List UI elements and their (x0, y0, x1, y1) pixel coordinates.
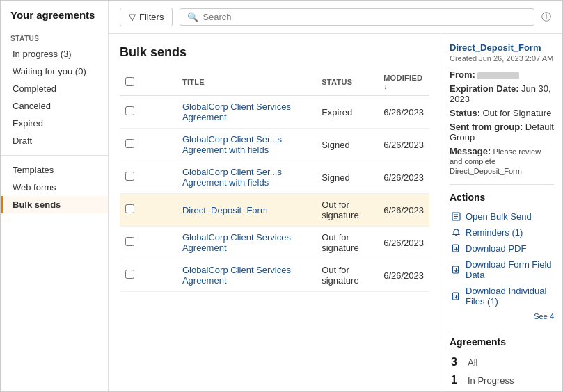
agreements-table: TITLE STATUS MODIFIED ↓ GlobalCorp Clien… (120, 70, 429, 292)
row-checkbox-cell (120, 129, 177, 161)
search-icon: 🔍 (187, 12, 198, 22)
row-title[interactable]: GlobalCorp Client Ser...s Agreement with… (177, 161, 316, 194)
detail-status-row: Status: Out for Signature (450, 108, 554, 118)
row-checkbox-cell (120, 161, 177, 194)
row-modified: 6/26/2023 (378, 227, 429, 259)
row-modified: 6/26/2023 (378, 161, 429, 194)
sidebar-item-waiting-for-you[interactable]: Waiting for you (0) (1, 63, 108, 80)
row-status: Expired (316, 95, 378, 129)
app-title: Your agreements (1, 9, 108, 29)
svg-rect-5 (452, 245, 458, 252)
sidebar-item-canceled[interactable]: Canceled (1, 97, 108, 115)
row-status: Out for signature (316, 227, 378, 259)
sidebar-item-completed[interactable]: Completed (1, 80, 108, 97)
detail-panel: Direct_Deposit_Form Created Jun 26, 2023… (441, 34, 562, 391)
row-title[interactable]: GlobalCorp Client Services Agreement (177, 227, 316, 259)
top-bar: ▽ Filters 🔍 ⓘ (109, 1, 562, 34)
row-status: Out for signature (316, 259, 378, 292)
action-reminders[interactable]: Reminders (1) (450, 224, 554, 240)
sidebar-item-bulk-sends[interactable]: Bulk sends (1, 196, 108, 213)
row-status: Signed (316, 129, 378, 161)
detail-created: Created Jun 26, 2023 2:07 AM (450, 54, 554, 63)
row-modified: 6/26/2023 (378, 95, 429, 129)
info-icon[interactable]: ⓘ (541, 11, 551, 24)
see-all-link[interactable]: See 4 (450, 312, 554, 320)
row-modified: 6/26/2023 (378, 129, 429, 161)
action-open-bulk-send[interactable]: Open Bulk Send (450, 209, 554, 224)
svg-rect-7 (452, 266, 458, 273)
main-content: ▽ Filters 🔍 ⓘ Bulk sends (109, 1, 562, 391)
table-row: GlobalCorp Client Ser...s Agreement with… (120, 129, 429, 161)
content-area: Bulk sends TITLE STATUS MODIFIED ↓ (109, 34, 562, 391)
table-row: Direct_Deposit_FormOut for signature6/26… (120, 194, 429, 227)
row-title[interactable]: GlobalCorp Client Ser...s Agreement with… (177, 129, 316, 161)
row-title[interactable]: GlobalCorp Client Services Agreement (177, 95, 316, 129)
sidebar: Your agreements STATUS In progress (3) W… (1, 1, 109, 391)
sidebar-item-draft[interactable]: Draft (1, 132, 108, 149)
page-title: Bulk sends (120, 45, 429, 60)
list-panel: Bulk sends TITLE STATUS MODIFIED ↓ (109, 34, 441, 391)
actions-section-header: Actions (450, 184, 554, 203)
row-checkbox[interactable] (125, 106, 134, 115)
row-modified: 6/26/2023 (378, 194, 429, 227)
sidebar-item-expired[interactable]: Expired (1, 115, 108, 132)
row-checkbox-cell (120, 259, 177, 292)
search-input[interactable] (203, 12, 527, 22)
action-download-form-field-data[interactable]: Download Form Field Data (450, 256, 554, 283)
detail-expiration-row: Expiration Date: Jun 30, 2023 (450, 83, 554, 104)
action-download-individual-files[interactable]: Download Individual Files (1) (450, 283, 554, 309)
filter-button[interactable]: ▽ Filters (120, 8, 173, 26)
agreement-stat-canceled: 1 Canceled (450, 389, 554, 391)
row-title[interactable]: GlobalCorp Client Services Agreement (177, 259, 316, 292)
table-row: GlobalCorp Client Services AgreementOut … (120, 259, 429, 292)
col-header-modified[interactable]: MODIFIED ↓ (378, 70, 429, 95)
row-title[interactable]: Direct_Deposit_Form (177, 194, 316, 227)
row-modified: 6/26/2023 (378, 259, 429, 292)
svg-rect-9 (452, 293, 458, 300)
from-placeholder (477, 72, 519, 79)
agreements-section-header: Agreements (450, 329, 554, 348)
row-checkbox[interactable] (125, 237, 134, 246)
download-form-field-data-icon (451, 265, 461, 275)
agreement-stat-in-progress: 1 In Progress (450, 371, 554, 389)
row-checkbox[interactable] (125, 204, 134, 213)
action-download-pdf[interactable]: Download PDF (450, 240, 554, 256)
col-header-status: STATUS (316, 70, 378, 95)
col-header-check (120, 70, 177, 95)
row-checkbox[interactable] (125, 139, 134, 148)
sidebar-item-web-forms[interactable]: Web forms (1, 179, 108, 196)
filter-icon: ▽ (129, 12, 136, 22)
select-all-checkbox[interactable] (125, 77, 134, 86)
reminders-icon (451, 228, 461, 238)
row-checkbox-cell (120, 194, 177, 227)
detail-sent-from-row: Sent from group: Default Group (450, 122, 554, 142)
detail-message-row: Message: Please review and complete Dire… (450, 146, 554, 176)
detail-from-row: From: (450, 70, 554, 80)
table-row: GlobalCorp Client Services AgreementExpi… (120, 95, 429, 129)
table-row: GlobalCorp Client Services AgreementOut … (120, 227, 429, 259)
sidebar-item-in-progress[interactable]: In progress (3) (1, 45, 108, 63)
download-individual-files-icon (451, 291, 461, 301)
sidebar-divider (1, 155, 108, 156)
agreement-stat-all: 3 All (450, 353, 554, 371)
row-checkbox[interactable] (125, 172, 134, 181)
col-header-title: TITLE (177, 70, 316, 95)
row-status: Signed (316, 161, 378, 194)
row-checkbox-cell (120, 227, 177, 259)
download-pdf-icon (451, 244, 461, 254)
sidebar-item-templates[interactable]: Templates (1, 161, 108, 179)
status-section-label: STATUS (1, 29, 108, 45)
open-bulk-send-icon (451, 212, 461, 222)
detail-doc-title: Direct_Deposit_Form (450, 42, 554, 53)
search-bar: 🔍 (180, 8, 534, 26)
table-row: GlobalCorp Client Ser...s Agreement with… (120, 161, 429, 194)
row-status: Out for signature (316, 194, 378, 227)
row-checkbox[interactable] (125, 270, 134, 279)
row-checkbox-cell (120, 95, 177, 129)
